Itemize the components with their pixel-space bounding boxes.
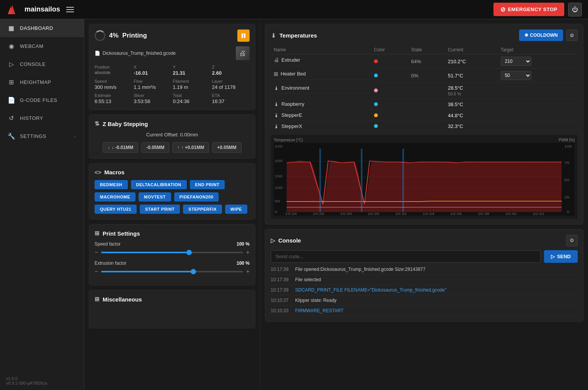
temp-row-steppere: 🌡 StepperE 44.8°C	[271, 110, 578, 121]
layer-val: 24 of 1178	[212, 84, 250, 90]
macro-btn-deltacalibration[interactable]: DELTACALIBRATION	[131, 180, 187, 189]
temps-settings-button[interactable]: ⚙	[566, 29, 578, 41]
temp-color-1	[371, 69, 408, 83]
log-time-2: 10:17:39	[271, 287, 291, 293]
temp-row-stepperx: 🌡 StepperX 32.3°C	[271, 121, 578, 132]
console-input[interactable]	[271, 250, 541, 263]
send-button[interactable]: ▷ SEND	[544, 250, 578, 263]
z-plus-0.05-button[interactable]: +0.05MM	[212, 142, 241, 153]
topbar: mainsailos ⊘ EMERGENCY STOP ⏻	[0, 0, 588, 19]
speed-setting-val: 100 %	[237, 241, 250, 247]
speed-minus-icon[interactable]: −	[95, 249, 98, 256]
temp-name-2: 🌡 Environment	[271, 83, 371, 94]
log-row-4: 10:10:33 FIRMWARE_RESTART	[271, 308, 578, 316]
col-current: Current	[445, 46, 498, 54]
hamburger-button[interactable]	[66, 7, 74, 12]
temp-current-0: 210.2°C	[445, 54, 498, 69]
temps-header: 🌡 Temperatures ❄ COOLDOWN ⚙	[271, 29, 578, 41]
sidebar-item-heightmap[interactable]: ⊞ HEIGHTMAP	[0, 73, 84, 91]
pause-button[interactable]	[237, 29, 250, 42]
extrusion-setting-label: Extrusion factor	[95, 261, 126, 266]
temp-state-3	[408, 99, 445, 110]
left-panel: 4% Printing 📄 Dickosaurus_Trump_finished…	[84, 19, 260, 390]
filament-block: Filament 1.19 m	[173, 79, 211, 90]
log-msg-2[interactable]: SDCARD_PRINT_FILE FILENAME="Dickosaurus_…	[295, 287, 446, 293]
topbar-left: mainsailos	[6, 3, 74, 16]
z-plus-0.01-button[interactable]: ↑ ↑ +0.01MM	[172, 142, 209, 153]
temp-current-2: 28.5°C50.5 %	[445, 83, 498, 99]
macro-btn-start-print[interactable]: START PRINT	[140, 205, 180, 214]
settings-icon: 🔧	[8, 133, 15, 140]
svg-text:10:36: 10:36	[450, 211, 462, 215]
total-val: 0:24:36	[173, 98, 211, 104]
flow-label: Flow	[134, 79, 171, 84]
settings-chevron-icon: ‹	[74, 133, 76, 139]
temp-color-5	[371, 121, 408, 132]
cooldown-button[interactable]: ❄ COOLDOWN	[519, 29, 563, 41]
svg-text:10:30: 10:30	[368, 211, 379, 215]
z-minus-0.01-button[interactable]: ↓ ↓ -0.01MM	[103, 142, 138, 153]
temp-dot-1	[374, 74, 378, 77]
file-row: 📄 Dickosaurus_Trump_finished.gcode 🖨	[95, 46, 250, 60]
log-msg-4[interactable]: FIRMWARE_RESTART	[295, 308, 343, 313]
sidebar-item-webcam[interactable]: ◉ WEBCAM	[0, 37, 84, 55]
macro-btn-movtest[interactable]: MOVTEST	[139, 192, 171, 202]
x-val: -16.01	[134, 70, 171, 76]
temp-current-5: 32.3°C	[445, 121, 498, 132]
slicer-label: Slicer	[134, 93, 171, 98]
emergency-stop-button[interactable]: ⊘ EMERGENCY STOP	[493, 3, 564, 16]
macro-btn-macrohome[interactable]: MACROHOME	[95, 192, 136, 202]
speed-block: Speed 300 mm/s	[95, 79, 132, 90]
temp-state-4	[408, 110, 445, 121]
temp-dot-5	[374, 124, 378, 128]
temp-state-0: 64%	[408, 54, 445, 69]
temps-gear-icon: ⚙	[570, 33, 574, 38]
power-button[interactable]: ⏻	[568, 3, 582, 16]
extrusion-plus-icon[interactable]: +	[246, 268, 250, 275]
send-label: SEND	[557, 254, 571, 259]
svg-rect-2	[242, 33, 243, 38]
macros-buttons: BEDMESHDELTACALIBRATIONEND PRINTMACROHOM…	[95, 180, 250, 214]
position-block: Position absolute	[95, 65, 132, 76]
temp-dot-0	[374, 59, 378, 63]
slicer-val: 3:53:56	[134, 98, 171, 104]
print-settings-title: Print Settings	[103, 230, 140, 237]
sidebar-item-settings[interactable]: 🔧 SETTINGS ‹	[0, 127, 84, 145]
z-block: Z 2.60	[212, 65, 250, 76]
temp-target-0[interactable]: 210	[498, 54, 578, 69]
temp-device-icon-2: 🌡	[274, 85, 279, 91]
macro-btn-stepperfix[interactable]: STEPPERFIX	[183, 205, 222, 214]
sidebar-item-console[interactable]: ▷ CONSOLE	[0, 55, 84, 73]
temp-target-select-1[interactable]: 50	[501, 71, 531, 80]
svg-text:10:26: 10:26	[313, 211, 325, 215]
extrusion-minus-icon[interactable]: −	[95, 268, 98, 275]
z-minus-0.05-button[interactable]: -0.05MM	[141, 142, 169, 153]
webcam-icon: ◉	[8, 43, 15, 50]
macro-btn-bedmesh[interactable]: BEDMESH	[95, 180, 128, 189]
speed-plus-icon[interactable]: +	[246, 249, 250, 256]
temp-target-select-0[interactable]: 210	[501, 57, 531, 66]
svg-text:100: 100	[564, 144, 572, 148]
svg-text:25: 25	[564, 195, 570, 199]
console-settings-button[interactable]: ⚙	[566, 235, 578, 246]
macro-btn-query-htu21[interactable]: QUERY HTU21	[95, 205, 137, 214]
z-baby-title: Z Baby Stepping	[103, 121, 148, 127]
sidebar-item-gcode[interactable]: 📄 G-CODE FILES	[0, 91, 84, 109]
sidebar-item-dashboard[interactable]: ▦ DASHBOARD	[0, 19, 84, 37]
sidebar-item-history[interactable]: ↺ HISTORY	[0, 109, 84, 127]
log-time-0: 10:17:39	[271, 267, 291, 272]
macro-btn-pidefanon200[interactable]: PIDEFANON200	[174, 192, 219, 202]
macro-btn-end-print[interactable]: END PRINT	[190, 180, 225, 189]
log-time-3: 10:10:37	[271, 298, 291, 303]
log-row-3: 10:10:37 Klipper state: Ready	[271, 298, 578, 306]
svg-text:0: 0	[275, 210, 278, 213]
temp-target-1[interactable]: 50	[498, 69, 578, 83]
extrusion-setting-row: Extrusion factor 100 % − +	[95, 261, 250, 275]
misc-icon: ⊞	[95, 296, 100, 303]
extrusion-slider[interactable]	[101, 271, 243, 272]
macros-icon: <>	[95, 169, 101, 175]
temp-name-1: ⊞ Heater Bed	[271, 69, 371, 80]
macro-btn-wipe[interactable]: WIPE	[225, 205, 247, 214]
z-baby-icon: ⇅	[95, 120, 100, 127]
speed-slider[interactable]	[101, 252, 243, 253]
